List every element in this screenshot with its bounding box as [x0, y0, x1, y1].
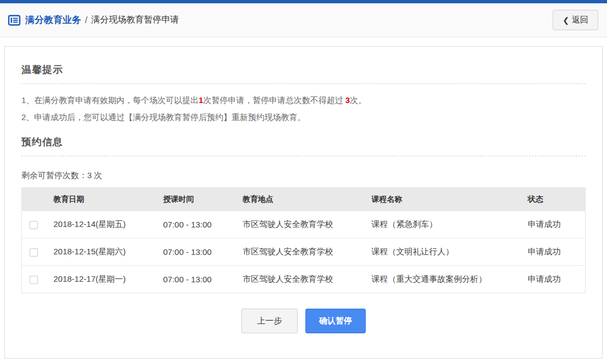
- table-row: 2018-12-17(星期一) 07:00 - 13:00 市区驾驶人安全教育学…: [22, 266, 586, 293]
- cell-status: 申请成功: [528, 266, 586, 293]
- remaining-count-label: 剩余可暂停次数：3 次: [21, 170, 586, 181]
- header-status: 状态: [528, 188, 586, 211]
- cell-course: 课程（文明礼让行人）: [372, 238, 528, 266]
- cell-course: 课程（重大交通事故案例分析）: [372, 266, 528, 293]
- reservation-table: 教育日期 授课时间 教育地点 课程名称 状态 2018-12-14(星期五) 0…: [21, 187, 586, 293]
- cell-time: 07:00 - 13:00: [163, 211, 243, 238]
- breadcrumb: 满分教育业务 / 满分现场教育暂停申请: [8, 14, 179, 27]
- row-checkbox[interactable]: [30, 221, 38, 229]
- main-panel: 温馨提示 1、在满分教育申请有效期内，每个场次可以提出1次暂停申请，暂停申请总次…: [4, 46, 603, 359]
- list-card-icon: [8, 14, 21, 27]
- tip-line-2: 2、申请成功后，您可以通过【满分现场教育暂停后预约】重新预约现场教育。: [21, 109, 586, 126]
- tip1-highlight-total: 3: [345, 95, 350, 105]
- header-course: 课程名称: [372, 188, 528, 211]
- cell-location: 市区驾驶人安全教育学校: [243, 211, 372, 238]
- cell-location: 市区驾驶人安全教育学校: [243, 238, 372, 266]
- reservation-section-title: 预约信息: [21, 135, 586, 149]
- table-row: 2018-12-14(星期五) 07:00 - 13:00 市区驾驶人安全教育学…: [22, 211, 586, 238]
- cell-date: 2018-12-17(星期一): [54, 266, 163, 293]
- tip1-text-end: 次。: [350, 95, 366, 105]
- tips-section-title: 温馨提示: [21, 63, 586, 76]
- tip1-text-mid: 次暂停申请，暂停申请总次数不得超过: [203, 95, 345, 105]
- back-button-label: 返回: [572, 15, 588, 25]
- confirm-pause-button[interactable]: 确认暂停: [305, 309, 366, 333]
- row-checkbox[interactable]: [30, 276, 38, 284]
- table-header-row: 教育日期 授课时间 教育地点 课程名称 状态: [22, 188, 586, 211]
- previous-step-button[interactable]: 上一步: [241, 309, 298, 333]
- cell-location: 市区驾驶人安全教育学校: [243, 266, 372, 293]
- row-checkbox[interactable]: [30, 248, 38, 257]
- divider: [21, 156, 586, 156]
- table-header: 教育日期 授课时间 教育地点 课程名称 状态: [22, 188, 586, 211]
- divider: [21, 83, 586, 84]
- tip1-highlight-count: 1: [198, 95, 203, 105]
- breadcrumb-separator: /: [85, 15, 87, 25]
- tip-line-1: 1、在满分教育申请有效期内，每个场次可以提出1次暂停申请，暂停申请总次数不得超过…: [21, 92, 586, 109]
- cell-date: 2018-12-14(星期五): [54, 211, 163, 238]
- back-button[interactable]: ❮ 返回: [553, 10, 598, 30]
- breadcrumb-current-page: 满分现场教育暂停申请: [91, 14, 179, 26]
- cell-status: 申请成功: [528, 211, 586, 238]
- cell-status: 申请成功: [528, 238, 586, 266]
- cell-course: 课程（紧急刹车）: [372, 211, 528, 238]
- tips-list: 1、在满分教育申请有效期内，每个场次可以提出1次暂停申请，暂停申请总次数不得超过…: [21, 92, 586, 126]
- cell-time: 07:00 - 13:00: [163, 238, 243, 266]
- header-date: 教育日期: [54, 188, 163, 211]
- header-checkbox-col: [22, 188, 54, 211]
- action-buttons: 上一步 确认暂停: [21, 309, 586, 333]
- cell-time: 07:00 - 13:00: [163, 266, 243, 293]
- table-row: 2018-12-15(星期六) 07:00 - 13:00 市区驾驶人安全教育学…: [22, 238, 586, 266]
- tip1-text: 1、在满分教育申请有效期内，每个场次可以提出: [21, 95, 198, 105]
- page-header: 满分教育业务 / 满分现场教育暂停申请 ❮ 返回: [0, 3, 607, 37]
- cell-date: 2018-12-15(星期六): [54, 238, 163, 266]
- header-location: 教育地点: [243, 188, 372, 211]
- header-time: 授课时间: [163, 188, 243, 211]
- breadcrumb-primary[interactable]: 满分教育业务: [25, 14, 81, 26]
- chevron-left-icon: ❮: [563, 16, 569, 25]
